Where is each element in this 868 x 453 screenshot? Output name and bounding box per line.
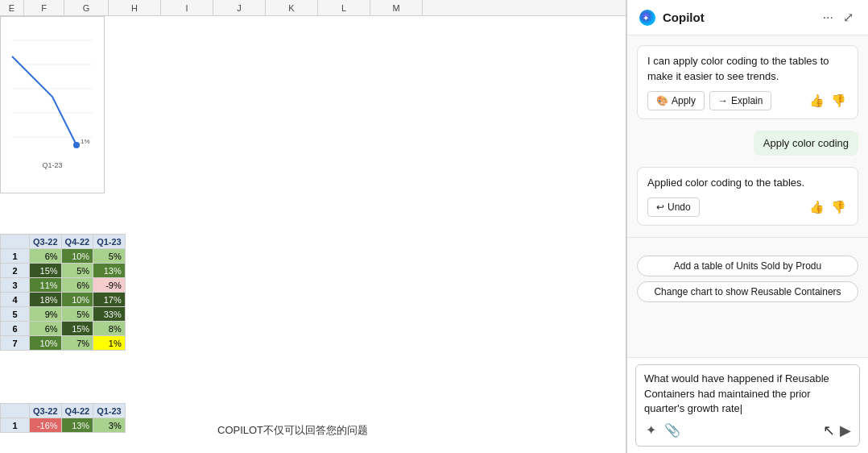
input-toolbar: ✦ 📎 ↖ ▶ xyxy=(644,421,851,439)
input-box[interactable]: What would have happened if Reusable Con… xyxy=(635,364,860,447)
message-3-actions: ↩ Undo 👍 👎 xyxy=(647,197,848,217)
copilot-expand-button[interactable]: ⤢ xyxy=(840,8,857,27)
svg-text:✦: ✦ xyxy=(643,14,649,23)
copilot-panel: ✦ Copilot ··· ⤢ I can apply color coding… xyxy=(626,0,868,453)
undo-button[interactable]: ↩ Undo xyxy=(647,197,700,217)
input-text[interactable]: What would have happened if Reusable Con… xyxy=(644,372,851,416)
copilot-header: ✦ Copilot ··· ⤢ xyxy=(627,0,868,35)
undo-icon: ↩ xyxy=(656,202,664,213)
col-l: L xyxy=(318,0,370,15)
attachment-icon-button[interactable]: 📎 xyxy=(663,421,682,439)
line-chart: 1% Q1-23 xyxy=(0,16,105,193)
data-table-2: Q3-22Q4-22Q1-231-16%13%3% xyxy=(0,403,126,433)
assistant-message-1: I can apply color coding to the tables t… xyxy=(637,45,858,119)
input-left-icons: ✦ 📎 xyxy=(644,421,682,439)
sparkle-icon-button[interactable]: ✦ xyxy=(644,421,658,439)
assistant-message-2-text: Applied color coding to the tables. xyxy=(647,177,804,189)
suggestions-area: Add a table of Units Sold by Produ Chang… xyxy=(637,249,858,302)
col-e: E xyxy=(0,0,24,15)
copilot-more-button[interactable]: ··· xyxy=(820,8,837,27)
chart-svg: 1% xyxy=(4,20,101,157)
col-i: I xyxy=(161,0,213,15)
cursor-icon: ↖ xyxy=(823,422,835,439)
col-k: K xyxy=(266,0,318,15)
assistant-message-2: Applied color coding to the tables. ↩ Un… xyxy=(637,167,858,226)
copilot-logo-icon: ✦ xyxy=(639,9,656,27)
svg-text:1%: 1% xyxy=(81,138,90,145)
explain-icon: → xyxy=(718,95,728,106)
column-headers: E F G H I J K L M xyxy=(0,0,626,16)
message-1-actions: 🎨 Apply → Explain 👍 👎 xyxy=(647,91,848,110)
thumbs-down-button-1[interactable]: 👎 xyxy=(829,92,848,110)
feedback-icons-2: 👍 👎 xyxy=(808,198,848,216)
copilot-header-actions: ··· ⤢ xyxy=(820,8,857,27)
thumbs-down-button-2[interactable]: 👎 xyxy=(829,198,848,216)
col-h: H xyxy=(109,0,161,15)
suggestion-chip-1[interactable]: Add a table of Units Sold by Produ xyxy=(637,256,858,276)
suggestion-chip-2[interactable]: Change chart to show Reusable Containers xyxy=(637,281,858,302)
copilot-messages: I can apply color coding to the tables t… xyxy=(627,35,868,357)
send-button[interactable]: ▶ xyxy=(840,422,851,439)
thumbs-up-button-1[interactable]: 👍 xyxy=(808,92,826,110)
svg-point-5 xyxy=(73,142,80,148)
col-f: F xyxy=(24,0,64,15)
copilot-title: Copilot xyxy=(663,10,813,24)
user-message-1-text: Apply color coding xyxy=(763,137,849,149)
col-j: J xyxy=(213,0,266,15)
chart-x-label: Q1-23 xyxy=(4,161,101,169)
col-m: M xyxy=(370,0,423,15)
thumbs-up-button-2[interactable]: 👍 xyxy=(808,198,826,216)
copilot-input-area: What would have happened if Reusable Con… xyxy=(627,357,868,453)
feedback-icons-1: 👍 👎 xyxy=(808,92,848,110)
messages-separator xyxy=(627,237,868,238)
user-message-1: Apply color coding xyxy=(754,131,858,156)
explain-button[interactable]: → Explain xyxy=(709,91,771,110)
apply-icon: 🎨 xyxy=(656,95,668,106)
excel-area: E F G H I J K L M 1% Q1-23 Q3-22Q4-22Q1-… xyxy=(0,0,626,453)
apply-button[interactable]: 🎨 Apply xyxy=(647,91,705,110)
assistant-message-1-text: I can apply color coding to the tables t… xyxy=(647,55,829,82)
data-table-1: Q3-22Q4-22Q1-2316%10%5%215%5%13%311%6%-9… xyxy=(0,234,126,351)
excel-subtitle: COPILOT不仅可以回答您的问题 xyxy=(217,423,368,438)
col-g: G xyxy=(64,0,109,15)
